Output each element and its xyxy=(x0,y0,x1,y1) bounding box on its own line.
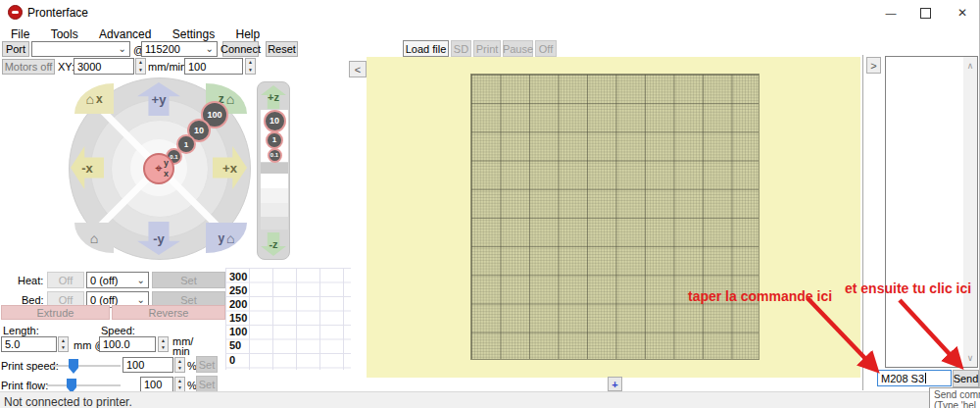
log-panel[interactable]: ∧ ∨ xyxy=(885,56,978,368)
temp-axis-100: 100 xyxy=(229,326,247,337)
speed-label: Speed: xyxy=(101,325,135,336)
command-input[interactable]: M208 S3 xyxy=(877,370,952,386)
z-step-01-badge[interactable]: 0.1 xyxy=(268,148,282,163)
spin-down-icon[interactable]: ▼ xyxy=(175,384,184,391)
spin-down-icon[interactable]: ▼ xyxy=(159,344,168,351)
length-value: 5.0 xyxy=(5,338,20,350)
z-step-1-row[interactable]: 1 xyxy=(261,131,288,148)
load-file-button[interactable]: Load file xyxy=(403,40,449,57)
print-button[interactable]: Print xyxy=(473,40,501,57)
spin-down-icon[interactable]: ▼ xyxy=(175,365,184,372)
xy-feed-input[interactable]: 3000 xyxy=(74,58,134,75)
print-flow-stepper[interactable]: ▲ ▼ xyxy=(174,377,185,392)
z-jog-column: +z 10 1 0.1 -z xyxy=(257,81,290,260)
home-all-button[interactable]: ⌂ xyxy=(74,223,114,253)
print-flow-input[interactable]: 100 xyxy=(140,377,173,392)
jog-x-minus-label: -x xyxy=(81,161,93,176)
reverse-button[interactable]: Reverse xyxy=(112,305,225,320)
caret-right-icon: > xyxy=(870,60,876,72)
port-button[interactable]: Port xyxy=(2,41,29,57)
send-button[interactable]: Send xyxy=(953,370,979,387)
z-step-10-badge[interactable]: 10 xyxy=(264,110,286,132)
heat-label: Heat: xyxy=(18,275,43,286)
maximize-button[interactable] xyxy=(910,0,940,26)
home-x-button[interactable]: ⌂ x xyxy=(74,83,114,114)
extrude-speed-stepper[interactable]: ▲ ▼ xyxy=(158,336,169,352)
z-feed-stepper[interactable]: ▲ ▼ xyxy=(245,58,256,75)
print-speed-label: Print speed: xyxy=(1,360,59,372)
temp-axis-250: 250 xyxy=(229,284,247,296)
log-scrollbar[interactable]: ∧ ∨ xyxy=(963,57,977,367)
spin-down-icon[interactable]: ▼ xyxy=(246,67,255,75)
print-speed-slider-thumb[interactable] xyxy=(69,359,78,374)
z-scale-stripe[interactable] xyxy=(261,188,288,203)
heat-set-button[interactable]: Set xyxy=(152,272,225,288)
scroll-down-icon[interactable]: ∨ xyxy=(963,351,977,365)
chevron-down-icon: ⌄ xyxy=(137,295,145,305)
z-scale-stripe[interactable] xyxy=(261,217,288,230)
jog-z-minus-button[interactable]: -z xyxy=(261,232,286,256)
z-feed-input[interactable]: 100 xyxy=(184,58,243,75)
motors-off-button[interactable]: Motors off xyxy=(2,59,55,75)
home-y-button[interactable]: y ⌂ xyxy=(206,223,247,253)
connect-button[interactable]: Connect xyxy=(222,41,259,57)
send-tooltip: Send comm (Type 'hel xyxy=(929,387,980,408)
baudrate-combobox[interactable]: 115200 ⌄ xyxy=(141,41,218,57)
bed-preset-value: 0 (off) xyxy=(90,294,119,306)
jog-y-minus-label: -y xyxy=(153,231,165,246)
heat-preset-combobox[interactable]: 0 (off) ⌄ xyxy=(86,272,149,288)
z-scale-stripe[interactable] xyxy=(261,203,288,217)
xy-feed-stepper[interactable]: ▲ ▼ xyxy=(135,58,146,75)
extrude-button[interactable]: Extrude xyxy=(1,305,110,320)
port-combobox[interactable]: ⌄ xyxy=(31,41,130,57)
spin-up-icon[interactable]: ▲ xyxy=(159,337,168,344)
spin-down-icon[interactable]: ▼ xyxy=(136,67,145,75)
minimize-button[interactable]: — xyxy=(876,0,906,26)
length-stepper[interactable]: ▲ ▼ xyxy=(58,336,69,352)
spin-up-icon[interactable]: ▲ xyxy=(246,59,255,67)
z-step-01-row[interactable]: 0.1 xyxy=(261,148,288,162)
reset-button[interactable]: Reset xyxy=(266,41,298,57)
z-step-10-row[interactable]: 10 xyxy=(261,110,288,131)
jog-center-hub[interactable]: ⌖ y x xyxy=(143,153,174,184)
spin-up-icon[interactable]: ▲ xyxy=(175,378,184,384)
pause-button[interactable]: Pause xyxy=(503,40,533,57)
spin-down-icon[interactable]: ▼ xyxy=(59,344,68,351)
spin-up-icon[interactable]: ▲ xyxy=(136,59,145,67)
viewer-scroll-right-button[interactable]: > xyxy=(866,57,881,74)
app-logo-icon xyxy=(8,5,23,20)
print-speed-stepper[interactable]: ▲ ▼ xyxy=(174,357,185,373)
z-scale-stripe[interactable] xyxy=(261,174,288,188)
xy-feed-value: 3000 xyxy=(77,61,101,73)
heat-off-button[interactable]: Off xyxy=(47,272,84,288)
print-speed-set-button[interactable]: Set xyxy=(196,356,218,373)
viewer-scroll-left-button[interactable]: < xyxy=(349,61,367,77)
status-bar: Not connected to printer. xyxy=(0,391,980,408)
close-button[interactable]: ✕ xyxy=(948,0,977,26)
bed-grid[interactable] xyxy=(470,74,760,360)
z-scale-stripe[interactable] xyxy=(261,163,288,174)
jog-z-plus-button[interactable]: +z xyxy=(261,85,286,109)
viewer-zoom-plus-button[interactable]: + xyxy=(608,377,622,391)
tooltip-line-1: Send comm xyxy=(934,389,980,400)
temp-axis-150: 150 xyxy=(229,312,247,324)
unit-min-label: min xyxy=(172,345,190,357)
print-speed-slider-track[interactable] xyxy=(51,365,121,367)
print-flow-set-button[interactable]: Set xyxy=(196,376,218,392)
chevron-down-icon: ⌄ xyxy=(206,44,214,54)
chevron-down-icon: ⌄ xyxy=(119,44,126,54)
annotation-note-2: et ensuite tu clic ici xyxy=(845,280,971,296)
spin-up-icon[interactable]: ▲ xyxy=(175,358,184,365)
sd-button[interactable]: SD xyxy=(451,40,471,57)
spin-up-icon[interactable]: ▲ xyxy=(59,337,68,344)
home-icon: ⌂ xyxy=(85,91,93,107)
print-flow-slider-track[interactable] xyxy=(47,384,121,386)
close-icon: ✕ xyxy=(957,6,967,20)
extrude-speed-input[interactable]: 100.0 xyxy=(99,336,156,352)
scroll-up-icon[interactable]: ∧ xyxy=(963,59,977,73)
length-input[interactable]: 5.0 xyxy=(1,336,57,352)
panel-sash[interactable] xyxy=(862,55,863,390)
print-speed-input[interactable]: 100 xyxy=(122,357,173,373)
z-step-1-badge[interactable]: 1 xyxy=(266,131,283,149)
off-button[interactable]: Off xyxy=(535,40,557,57)
